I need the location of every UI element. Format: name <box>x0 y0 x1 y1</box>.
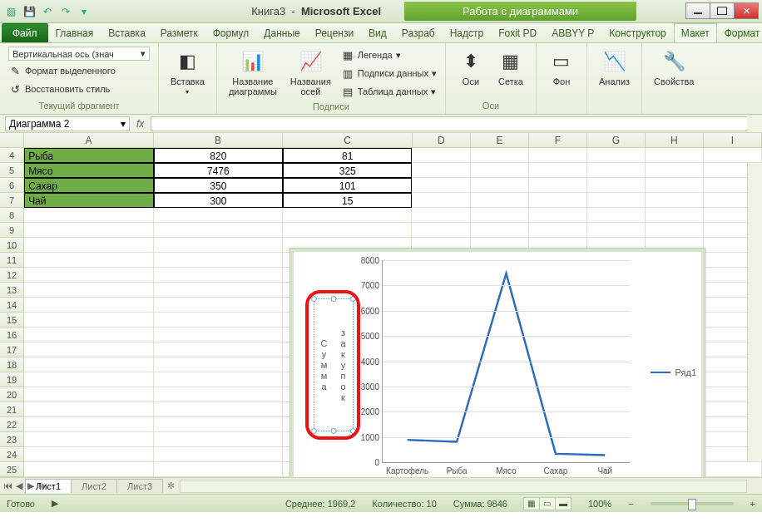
sheet-nav[interactable]: ⏮◀▶⏭ <box>2 480 48 491</box>
cell[interactable] <box>24 253 153 268</box>
undo-icon[interactable]: ↶ <box>40 4 55 19</box>
cell[interactable] <box>154 208 283 223</box>
cell[interactable] <box>24 313 153 328</box>
cell[interactable] <box>24 298 153 313</box>
row-header[interactable]: 19 <box>0 372 24 387</box>
cell[interactable] <box>154 402 283 417</box>
fx-label[interactable]: fx <box>130 118 151 130</box>
new-sheet-icon[interactable]: ✻ <box>162 480 180 491</box>
cell[interactable] <box>471 148 529 163</box>
column-header[interactable]: I <box>704 133 762 147</box>
cell[interactable]: 7476 <box>154 163 283 178</box>
cell[interactable] <box>646 193 704 208</box>
cell[interactable] <box>24 223 153 238</box>
cell[interactable] <box>154 447 283 462</box>
cell[interactable]: 101 <box>283 178 412 193</box>
cell[interactable] <box>154 462 283 477</box>
cell[interactable] <box>412 193 470 208</box>
cell[interactable] <box>646 208 704 223</box>
row-header[interactable]: 10 <box>0 238 24 253</box>
view-buttons[interactable]: ▦▭▬ <box>524 497 572 510</box>
tab-надстр[interactable]: Надстр <box>443 23 492 42</box>
cell[interactable] <box>24 402 153 417</box>
cell[interactable] <box>704 462 762 477</box>
reset-style-button[interactable]: ↺Восстановить стиль <box>8 81 150 97</box>
cell[interactable] <box>587 178 646 193</box>
y-axis-title[interactable]: Сумма закупок <box>314 298 354 431</box>
row-header[interactable]: 15 <box>0 313 24 328</box>
close-button[interactable]: ✕ <box>734 2 759 19</box>
cell[interactable] <box>24 447 153 462</box>
maximize-button[interactable] <box>710 2 735 19</box>
cell[interactable] <box>529 148 587 163</box>
cell[interactable] <box>646 223 704 238</box>
zoom-slider[interactable] <box>651 502 734 505</box>
tab-вид[interactable]: Вид <box>361 23 394 42</box>
tab-вставка[interactable]: Вставка <box>101 23 153 42</box>
analysis-button[interactable]: 📉Анализ <box>596 47 633 88</box>
select-all-corner[interactable] <box>0 133 24 147</box>
cell[interactable]: 350 <box>154 178 283 193</box>
chart-element-dropdown[interactable]: Вертикальная ось (знач▾ <box>8 47 150 61</box>
cell[interactable] <box>154 372 283 387</box>
chart-legend[interactable]: Ряд1 <box>651 367 696 377</box>
chart-object[interactable]: 010002000300040005000600070008000Картофе… <box>289 248 705 477</box>
cell[interactable]: 81 <box>283 148 412 163</box>
row-header[interactable]: 12 <box>0 268 24 283</box>
row-header[interactable]: 24 <box>0 447 24 462</box>
legend-button[interactable]: ▦Легенда ▾ <box>341 47 437 63</box>
row-header[interactable]: 14 <box>0 298 24 313</box>
cell[interactable] <box>154 313 283 328</box>
axes-button[interactable]: ⬍Оси <box>454 47 487 88</box>
horizontal-scrollbar[interactable] <box>180 480 747 493</box>
background-button[interactable]: ▭Фон <box>545 47 578 88</box>
cell[interactable] <box>24 417 153 432</box>
cell[interactable] <box>283 208 412 223</box>
cell[interactable] <box>646 148 704 163</box>
tab-макет[interactable]: Макет <box>674 23 717 42</box>
row-header[interactable]: 4 <box>0 148 24 163</box>
insert-button[interactable]: ◧Вставка▾ <box>167 47 208 97</box>
cell[interactable] <box>154 432 283 447</box>
cell[interactable] <box>24 432 153 447</box>
cell[interactable] <box>154 283 283 298</box>
cell[interactable] <box>529 193 587 208</box>
cell[interactable] <box>283 223 412 238</box>
row-header[interactable]: 22 <box>0 417 24 432</box>
cell[interactable] <box>154 223 283 238</box>
axis-titles-button[interactable]: 📈Названия осей <box>287 47 334 98</box>
tab-file[interactable]: Файл <box>2 23 48 42</box>
format-selection-button[interactable]: ✎Формат выделенного <box>8 62 150 79</box>
cell[interactable] <box>24 238 153 253</box>
cell[interactable] <box>587 193 646 208</box>
cell[interactable] <box>646 163 704 178</box>
cell[interactable] <box>646 178 704 193</box>
cell[interactable] <box>412 223 470 238</box>
cell[interactable] <box>471 163 529 178</box>
tab-abbyy p[interactable]: ABBYY P <box>544 23 601 42</box>
tab-foxit pd[interactable]: Foxit PD <box>491 23 544 42</box>
tab-формат[interactable]: Формат <box>717 23 762 42</box>
sheet-tab[interactable]: Лист2 <box>71 479 117 493</box>
cell[interactable] <box>529 223 587 238</box>
cell[interactable]: 300 <box>154 193 283 208</box>
gridlines-button[interactable]: ▦Сетка <box>494 47 527 88</box>
cell[interactable] <box>154 238 283 253</box>
cell[interactable] <box>587 163 646 178</box>
zoom-in-icon[interactable]: + <box>750 499 755 509</box>
cell[interactable]: Рыба <box>24 148 153 163</box>
sheet-tab[interactable]: Лист3 <box>116 479 163 493</box>
cell[interactable] <box>24 462 153 477</box>
zoom-level[interactable]: 100% <box>588 499 611 509</box>
cell[interactable] <box>704 148 762 163</box>
column-header[interactable]: H <box>646 133 704 147</box>
cell[interactable]: 15 <box>283 193 412 208</box>
row-header[interactable]: 23 <box>0 432 24 447</box>
cell[interactable] <box>24 387 153 402</box>
cell[interactable]: 325 <box>283 163 412 178</box>
column-header[interactable]: F <box>529 133 587 147</box>
cell[interactable]: Сахар <box>24 178 153 193</box>
row-header[interactable]: 11 <box>0 253 24 268</box>
cell[interactable] <box>24 372 153 387</box>
row-header[interactable]: 21 <box>0 402 24 417</box>
